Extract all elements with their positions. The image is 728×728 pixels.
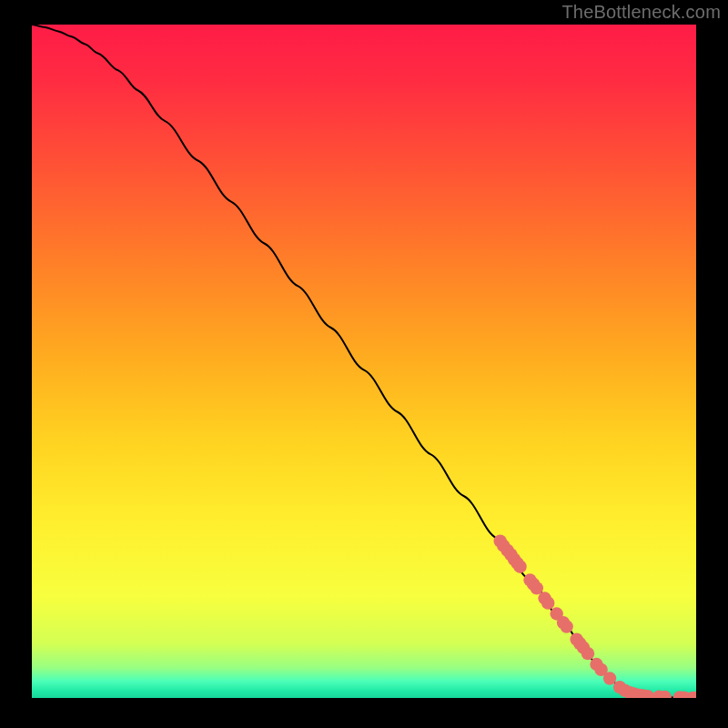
data-marker [658,691,671,703]
data-marker [690,692,703,704]
chart-svg [0,0,728,728]
data-marker [560,620,572,632]
data-marker [513,561,526,573]
data-marker [603,672,616,684]
gradient-background [32,25,696,698]
chart-frame: TheBottleneck.com [0,0,728,728]
data-marker [541,596,554,609]
data-marker [581,647,594,660]
data-marker [642,690,654,703]
